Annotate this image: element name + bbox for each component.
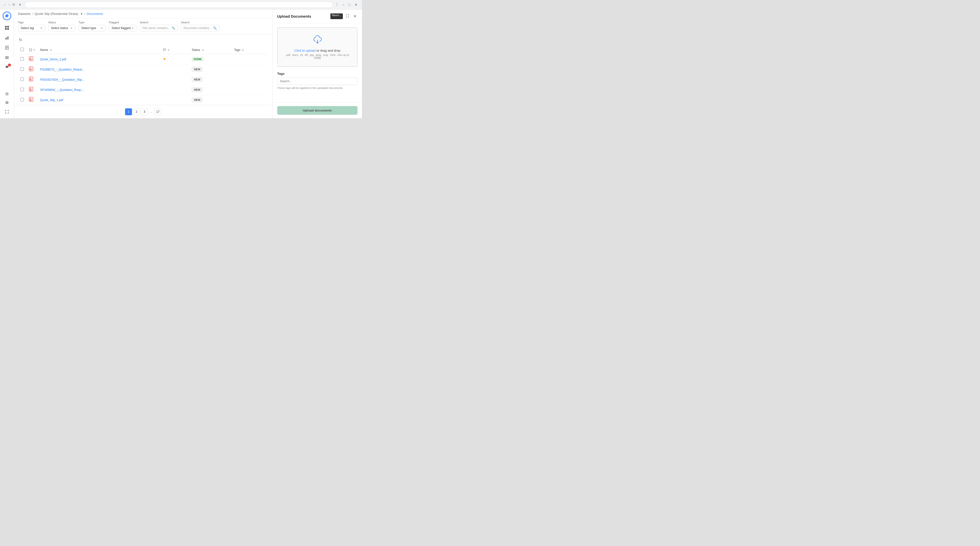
row-checkbox[interactable]: [21, 57, 24, 60]
row-file-icon-cell: PDF: [26, 95, 38, 105]
svg-rect-5: [7, 28, 9, 30]
sort-icon: ⇅: [33, 49, 35, 51]
sidebar-item-integrations[interactable]: [3, 98, 11, 107]
row-status-cell: NEW: [189, 85, 231, 95]
window-minimize-button[interactable]: −: [341, 2, 346, 7]
tags-search-input[interactable]: [277, 78, 358, 85]
nav-back-button[interactable]: ←: [3, 3, 6, 6]
breadcrumb-datasets[interactable]: Datasets: [18, 12, 30, 16]
status-select-placeholder: Select status: [51, 26, 68, 30]
tag-select-placeholder: Select tag: [21, 26, 34, 30]
sidebar-item-expand[interactable]: [3, 107, 11, 116]
app-logo[interactable]: [3, 11, 11, 21]
row-tags-cell: [231, 85, 269, 95]
upload-header: Upload Documents Maxim... ✕: [273, 10, 362, 23]
status-select-chevron: ▼: [70, 27, 73, 30]
upload-body: Click to upload or drag and drop .pdf, .…: [273, 23, 362, 102]
name-sort-icon: ⇅: [50, 49, 52, 51]
window-close-button[interactable]: ✕: [353, 2, 359, 7]
status-select[interactable]: Select status ▼: [48, 25, 76, 31]
status-badge: NEW: [192, 67, 203, 72]
th-status[interactable]: Status ⇅: [189, 46, 231, 54]
tags-label: Tags: [277, 72, 358, 76]
refresh-button[interactable]: ↻: [18, 37, 23, 43]
page-btn-1[interactable]: 1: [125, 108, 132, 115]
sidebar-item-flags[interactable]: 1: [3, 63, 11, 72]
file-name-link[interactable]: PS534374D4_-_Quotation_Slip...: [40, 78, 84, 81]
type-select-chevron: ▼: [101, 27, 103, 30]
tag-select[interactable]: Select tag ▼: [18, 25, 45, 31]
sidebar-item-analytics[interactable]: [3, 33, 11, 42]
window-controls: − □ ✕: [341, 2, 359, 7]
tags-hint: These tags will be applied to the upload…: [277, 86, 358, 89]
select-all-checkbox[interactable]: [21, 48, 24, 51]
file-name-link[interactable]: SP34586W_-_Quotation_Requ...: [40, 88, 84, 92]
table-row: PDF PS534374D4_-_Quotation_Slip... NEW: [18, 75, 269, 85]
page-btn-17[interactable]: 17: [154, 108, 161, 115]
flagged-select-chevron: ▼: [132, 27, 134, 30]
status-badge: NEW: [192, 87, 203, 92]
page-btn-3[interactable]: 3: [141, 108, 148, 115]
nav-refresh-button[interactable]: ↻: [12, 3, 16, 6]
upload-link[interactable]: Click to upload: [294, 49, 315, 52]
maximize-button[interactable]: [345, 13, 350, 19]
row-checkbox-cell: [18, 75, 26, 85]
th-tags[interactable]: Tags ⇅: [231, 46, 269, 54]
filter-group-tags: Tags Select tag ▼: [18, 21, 45, 31]
nav-forward-button[interactable]: →: [8, 3, 11, 6]
file-name-link[interactable]: Quote_Demo_2.pdf: [40, 58, 66, 61]
row-tags-cell: [231, 75, 269, 85]
flagged-select[interactable]: Select flagged ▼: [109, 25, 137, 31]
svg-text:PDF: PDF: [30, 100, 32, 101]
breadcrumb-dropdown-button[interactable]: ▼: [80, 13, 83, 16]
drop-zone[interactable]: Click to upload or drag and drop .pdf, .…: [277, 27, 358, 67]
main-content: Datasets / Quote Slip (Residential Strat…: [14, 10, 272, 118]
th-name[interactable]: Name ⇅: [38, 46, 161, 54]
flagged-select-placeholder: Select flagged: [111, 26, 130, 30]
table-header-row: ⇅ Name ⇅ ⇅ Status: [18, 46, 269, 54]
sidebar-item-settings[interactable]: [3, 89, 11, 98]
row-checkbox[interactable]: [21, 98, 24, 102]
th-file-icon[interactable]: ⇅: [26, 46, 38, 54]
sidebar-item-grid[interactable]: [3, 23, 11, 32]
breadcrumb-dataset-name[interactable]: Quote Slip (Residential Strata): [35, 12, 78, 16]
svg-rect-2: [5, 26, 7, 28]
sidebar-item-lists[interactable]: [3, 53, 11, 62]
upload-footer: Upload documents: [273, 102, 362, 118]
th-flag[interactable]: ⇅: [161, 46, 189, 54]
row-file-icon-cell: PDF: [26, 75, 38, 85]
status-filter-label: Status: [48, 21, 76, 24]
address-bar[interactable]: [25, 2, 333, 8]
window-maximize-button[interactable]: □: [347, 2, 352, 7]
row-checkbox[interactable]: [21, 67, 24, 71]
table-body: PDF Quote_Demo_2.pdf ⚑ DONE: [18, 54, 269, 105]
row-checkbox[interactable]: [21, 78, 24, 81]
status-badge: NEW: [192, 77, 203, 82]
svg-rect-13: [5, 56, 9, 57]
row-flag-cell: [161, 85, 189, 95]
table-area: ↻ ⇅ Name: [14, 34, 272, 105]
browser-chrome: ← → ↻ + ⋮ − □ ✕: [0, 0, 362, 10]
browser-menu-button[interactable]: ⋮: [335, 2, 339, 7]
close-upload-button[interactable]: ✕: [352, 13, 358, 19]
row-name-cell: SP34586W_-_Quotation_Requ...: [38, 85, 161, 95]
tags-section: Tags These tags will be applied to the u…: [277, 72, 358, 89]
type-select[interactable]: Select type ▼: [78, 25, 106, 31]
th-checkbox: [18, 46, 26, 54]
row-tags-cell: [231, 54, 269, 64]
upload-documents-button[interactable]: Upload documents: [277, 106, 358, 115]
pdf-icon: PDF: [29, 68, 33, 72]
filename-search[interactable]: File name contains... 🔍: [140, 25, 178, 31]
sidebar-item-documents[interactable]: [3, 43, 11, 52]
file-name-link[interactable]: PS28807S_-_Quotation_Reque...: [40, 68, 84, 71]
page-btn-2[interactable]: 2: [133, 108, 140, 115]
new-tab-button[interactable]: +: [18, 2, 22, 8]
row-file-icon-cell: PDF: [26, 54, 38, 64]
document-search[interactable]: Document contains... 🔍: [181, 25, 220, 31]
row-checkbox[interactable]: [21, 88, 24, 91]
search2-filter-label: Search: [181, 21, 220, 24]
filter-group-search1: Search File name contains... 🔍: [140, 21, 178, 31]
row-name-cell: PS28807S_-_Quotation_Reque...: [38, 64, 161, 75]
file-name-link[interactable]: Quote_Slip_1.pdf: [40, 98, 63, 102]
row-name-cell: Quote_Demo_2.pdf: [38, 54, 161, 64]
